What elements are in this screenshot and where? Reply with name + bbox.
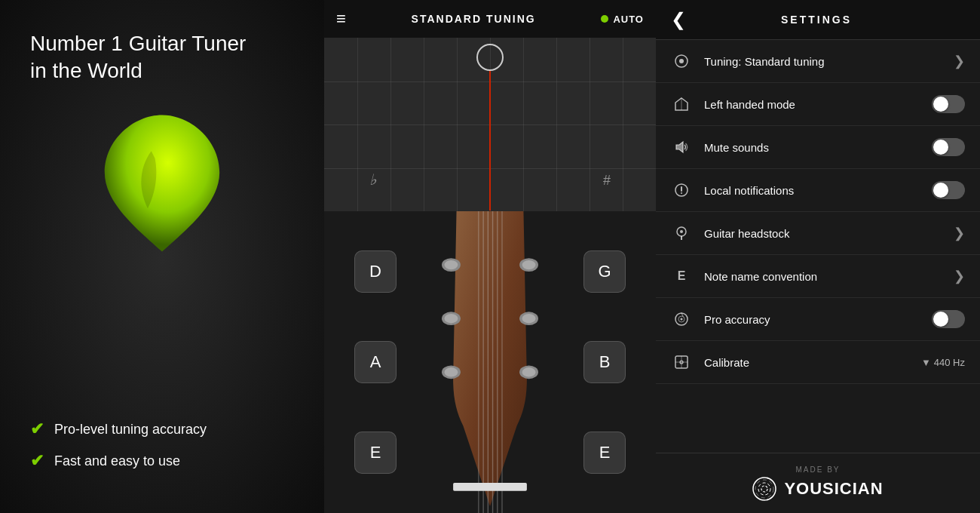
svg-point-39 xyxy=(758,483,770,495)
tuner-needle-container xyxy=(476,38,504,210)
flat-label: ♭ xyxy=(369,170,376,189)
back-button[interactable]: ❮ xyxy=(671,9,686,30)
feature-label-1: Pro-level tuning accuracy xyxy=(54,422,207,438)
mute-sounds-toggle[interactable] xyxy=(932,138,965,156)
svg-point-20 xyxy=(679,59,684,63)
settings-list: Tuning: Standard tuning ❯ Left handed mo… xyxy=(656,40,980,453)
svg-marker-22 xyxy=(676,142,683,152)
string-btn-A[interactable]: A xyxy=(354,341,397,383)
left-handed-label: Left handed mode xyxy=(704,98,932,111)
settings-title: SETTINGS xyxy=(686,14,947,26)
calibrate-hz-value: 440 Hz xyxy=(934,357,965,368)
features-list: ✔ Pro-level tuning accuracy ✔ Fast and e… xyxy=(30,419,207,490)
mute-sounds-icon xyxy=(671,137,692,158)
tuner-header: ≡ STANDARD TUNING AUTO xyxy=(324,0,656,38)
settings-item-calibrate[interactable]: Calibrate ▼ 440 Hz xyxy=(656,341,980,384)
toggle-thumb-mute xyxy=(933,140,948,155)
notifications-icon xyxy=(671,180,692,201)
guitar-pick-icon xyxy=(94,108,230,259)
yousician-footer: MADE BY YOUSICIAN xyxy=(656,453,980,513)
string-btn-E-low[interactable]: E xyxy=(354,432,397,474)
string-btn-D[interactable]: D xyxy=(354,250,397,293)
yousician-brand-name: YOUSICIAN xyxy=(784,479,883,499)
settings-header: ❮ SETTINGS xyxy=(656,0,980,40)
tuner-circle xyxy=(476,44,504,71)
right-panel: ❮ SETTINGS Tuning: Standard tuning ❯ xyxy=(656,0,980,513)
string-buttons: D G A B E E xyxy=(324,211,656,513)
made-by-label: MADE BY xyxy=(795,465,840,474)
note-name-icon: E xyxy=(671,266,692,287)
note-name-label: Note name convention xyxy=(704,270,954,283)
auto-badge[interactable]: AUTO xyxy=(601,14,644,25)
headstock-label: Guitar headstock xyxy=(704,227,954,240)
settings-item-pro-accuracy[interactable]: Pro accuracy xyxy=(656,298,980,341)
auto-label: AUTO xyxy=(613,14,644,25)
toggle-thumb xyxy=(933,97,948,112)
check-icon-2: ✔ xyxy=(30,451,44,471)
left-handed-toggle[interactable] xyxy=(932,95,965,113)
calibrate-label: Calibrate xyxy=(704,356,921,369)
tuning-label: Tuning: Standard tuning xyxy=(704,55,954,68)
feature-item-1: ✔ Pro-level tuning accuracy xyxy=(30,419,207,439)
settings-item-left-handed[interactable]: Left handed mode xyxy=(656,83,980,126)
yousician-brand: YOUSICIAN xyxy=(752,477,883,501)
string-btn-B[interactable]: B xyxy=(583,341,626,383)
calibrate-icon xyxy=(671,352,692,373)
left-panel: Number 1 Guitar Tunerin the World ✔ Pro-… xyxy=(0,0,324,513)
feature-label-2: Fast and easy to use xyxy=(54,453,180,469)
string-row-1: D G xyxy=(354,250,626,293)
note-name-arrow-icon: ❯ xyxy=(954,268,965,284)
pro-accuracy-toggle[interactable] xyxy=(932,310,965,328)
guitar-pick-container xyxy=(30,108,294,259)
pro-accuracy-label: Pro accuracy xyxy=(704,313,932,326)
svg-point-25 xyxy=(681,192,682,194)
guitar-headstock-area: D G A B E E xyxy=(324,211,656,513)
string-btn-G[interactable]: G xyxy=(583,250,626,293)
left-handed-icon xyxy=(671,94,692,115)
toggle-thumb-notif xyxy=(933,183,948,198)
notifications-label: Local notifications xyxy=(704,184,932,197)
tuner-needle xyxy=(489,71,491,210)
svg-point-37 xyxy=(753,478,776,500)
headstock-arrow-icon: ❯ xyxy=(954,225,965,241)
settings-item-tuning[interactable]: Tuning: Standard tuning ❯ xyxy=(656,40,980,83)
tuning-icon xyxy=(671,51,692,72)
settings-item-mute-sounds[interactable]: Mute sounds xyxy=(656,126,980,169)
toggle-thumb-pro xyxy=(933,312,948,327)
tuner-meter: ♭ # xyxy=(324,38,656,211)
calibrate-dropdown-icon: ▼ xyxy=(921,357,931,368)
feature-item-2: ✔ Fast and easy to use xyxy=(30,451,207,471)
menu-icon[interactable]: ≡ xyxy=(336,9,346,29)
app-tagline: Number 1 Guitar Tunerin the World xyxy=(30,30,246,85)
pro-accuracy-icon xyxy=(671,309,692,330)
tuning-label: STANDARD TUNING xyxy=(412,13,536,25)
sharp-label: # xyxy=(603,173,611,189)
settings-item-notifications[interactable]: Local notifications xyxy=(656,169,980,212)
tuning-arrow-icon: ❯ xyxy=(954,53,965,69)
yousician-logo-icon xyxy=(752,477,776,501)
string-btn-E-high[interactable]: E xyxy=(583,432,626,474)
svg-point-38 xyxy=(761,486,767,492)
string-row-3: E E xyxy=(354,432,626,474)
settings-item-note-name[interactable]: E Note name convention ❯ xyxy=(656,255,980,298)
svg-point-28 xyxy=(680,230,683,233)
settings-item-headstock[interactable]: Guitar headstock ❯ xyxy=(656,212,980,255)
auto-dot xyxy=(601,15,608,23)
check-icon-1: ✔ xyxy=(30,419,44,439)
string-row-2: A B xyxy=(354,341,626,383)
calibrate-value: ▼ 440 Hz xyxy=(921,357,965,368)
middle-panel: ≡ STANDARD TUNING AUTO ♭ # xyxy=(324,0,656,513)
mute-sounds-label: Mute sounds xyxy=(704,141,932,154)
notifications-toggle[interactable] xyxy=(932,181,965,199)
svg-point-31 xyxy=(681,318,683,321)
headstock-settings-icon xyxy=(671,223,692,244)
